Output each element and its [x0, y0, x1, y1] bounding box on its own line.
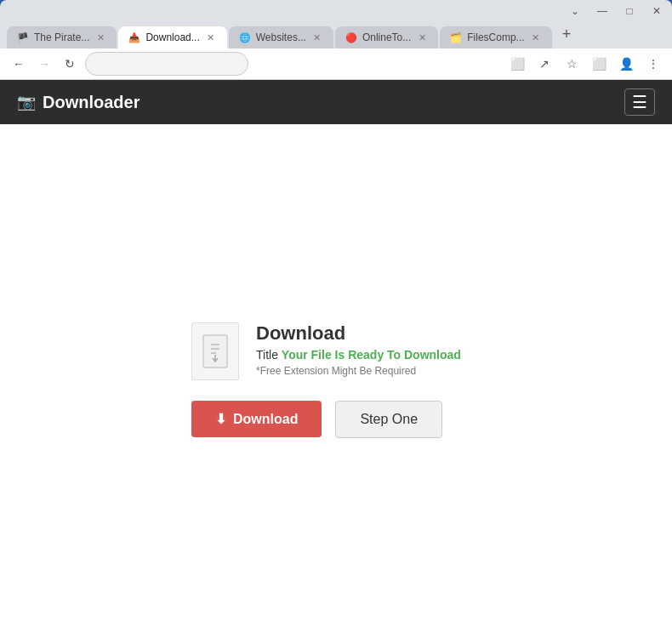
browser-content: 📷 Downloader ☰ 🔍 risk .com — [0, 80, 672, 644]
button-row: ⬇ Download Step One — [191, 401, 442, 438]
tab-4[interactable]: 🔴 OnlineTo... ✕ — [335, 26, 438, 48]
card-note: *Free Extension Might Be Required — [256, 365, 461, 377]
brand-icon: 📷 — [17, 93, 36, 111]
download-arrow-icon: ⬇ — [215, 411, 226, 427]
download-card: Download Title Your File Is Ready To Dow… — [157, 297, 515, 472]
site-main: 🔍 risk .com — [0, 124, 672, 644]
chevron-down-icon[interactable]: ⌄ — [568, 5, 582, 17]
bookmark-icon[interactable]: ☆ — [561, 54, 582, 74]
tab-2-icon: 📥 — [128, 32, 140, 43]
tab-4-close[interactable]: ✕ — [416, 31, 428, 43]
toolbar-right: ⬜ ↗ ☆ ⬜ 👤 ⋮ — [507, 54, 663, 74]
address-input[interactable] — [85, 52, 248, 76]
site-brand: 📷 Downloader — [17, 93, 140, 112]
svg-rect-0 — [203, 335, 227, 368]
forward-button[interactable]: → — [34, 54, 54, 74]
more-icon[interactable]: ⋮ — [643, 54, 663, 74]
tab-2[interactable]: 📥 Download... ✕ — [118, 26, 226, 48]
tab-2-close[interactable]: ✕ — [205, 31, 217, 43]
site-navbar: 📷 Downloader ☰ — [0, 80, 672, 124]
tab-5-icon: 🗂️ — [450, 32, 462, 43]
browser-window: ⌄ — □ ✕ 🏴 The Pirate... ✕ 📥 Download... … — [0, 0, 672, 80]
tab-bar: 🏴 The Pirate... ✕ 📥 Download... ✕ 🌐 Webs… — [0, 20, 672, 48]
tab-5-label: FilesComp... — [467, 31, 524, 43]
card-subtitle: Title Your File Is Ready To Download — [256, 348, 461, 362]
tab-4-icon: 🔴 — [345, 32, 357, 43]
tab-1-label: The Pirate... — [34, 31, 89, 43]
file-icon — [191, 322, 239, 380]
title-bar: ⌄ — □ ✕ — [0, 0, 672, 20]
card-subtitle-value: Your File Is Ready To Download — [282, 348, 461, 362]
card-header: Download Title Your File Is Ready To Dow… — [191, 322, 461, 380]
close-button[interactable]: ✕ — [650, 5, 663, 17]
back-button[interactable]: ← — [9, 54, 29, 74]
card-subtitle-label: Title — [256, 348, 282, 362]
tab-1-icon: 🏴 — [17, 32, 29, 43]
reload-button[interactable]: ↻ — [60, 54, 80, 74]
hamburger-menu[interactable]: ☰ — [624, 88, 655, 116]
download-button-label: Download — [233, 412, 298, 427]
download-button[interactable]: ⬇ Download — [191, 401, 322, 437]
tab-2-label: Download... — [145, 31, 199, 43]
share-icon[interactable]: ↗ — [534, 54, 555, 74]
card-info: Download Title Your File Is Ready To Dow… — [256, 322, 461, 377]
tab-5[interactable]: 🗂️ FilesComp... ✕ — [440, 26, 551, 48]
new-tab-button[interactable]: + — [554, 20, 580, 48]
tab-1[interactable]: 🏴 The Pirate... ✕ — [7, 26, 117, 48]
profile-icon-container[interactable]: ⬜ — [589, 54, 609, 74]
tab-5-close[interactable]: ✕ — [530, 31, 542, 43]
window-controls: ⌄ — □ ✕ — [568, 5, 663, 17]
minimize-button[interactable]: — — [595, 5, 609, 17]
user-icon[interactable]: 👤 — [616, 54, 636, 74]
brand-name: Downloader — [43, 93, 140, 112]
tab-1-close[interactable]: ✕ — [94, 31, 106, 43]
maximize-button[interactable]: □ — [623, 5, 636, 17]
step-one-button[interactable]: Step One — [335, 401, 442, 438]
cast-icon[interactable]: ⬜ — [507, 54, 527, 74]
card-title: Download — [256, 322, 461, 345]
tab-4-label: OnlineTo... — [362, 31, 411, 43]
tab-3-close[interactable]: ✕ — [311, 31, 323, 43]
tab-3[interactable]: 🌐 Websites... ✕ — [229, 26, 333, 48]
tab-3-label: Websites... — [256, 31, 306, 43]
tab-3-icon: 🌐 — [239, 32, 251, 43]
address-bar: ← → ↻ 🔒 ⬜ ↗ ☆ ⬜ 👤 ⋮ — [0, 48, 672, 80]
address-wrapper: 🔒 — [85, 52, 502, 76]
